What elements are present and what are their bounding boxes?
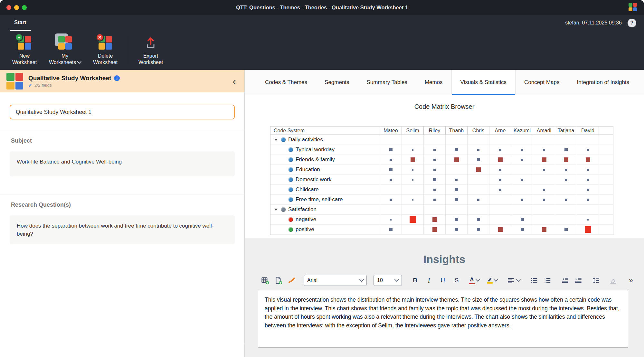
matrix-cell[interactable] — [446, 215, 468, 225]
matrix-cell[interactable] — [555, 135, 577, 145]
matrix-cell[interactable] — [511, 205, 533, 215]
matrix-cell[interactable] — [511, 175, 533, 185]
matrix-cell[interactable] — [468, 185, 489, 195]
outdent-button[interactable] — [561, 276, 569, 285]
matrix-cell[interactable] — [511, 195, 533, 205]
indent-button[interactable] — [574, 276, 582, 285]
matrix-cell[interactable] — [533, 145, 555, 155]
code-row-daily-activities[interactable]: Daily activities — [270, 135, 380, 145]
insert-table-button[interactable] — [261, 276, 269, 285]
matrix-cell[interactable] — [511, 145, 533, 155]
matrix-cell[interactable] — [424, 155, 446, 165]
matrix-cell[interactable] — [380, 165, 402, 175]
matrix-cell[interactable] — [446, 205, 468, 215]
matrix-cell[interactable] — [402, 145, 424, 155]
matrix-cell[interactable] — [468, 175, 489, 185]
format-painter-button[interactable] — [287, 276, 296, 285]
matrix-cell[interactable] — [555, 195, 577, 205]
matrix-cell[interactable] — [511, 185, 533, 195]
matrix-cell[interactable] — [489, 205, 511, 215]
matrix-cell[interactable] — [402, 185, 424, 195]
matrix-cell[interactable] — [380, 185, 402, 195]
matrix-cell[interactable] — [380, 225, 402, 235]
matrix-cell[interactable] — [468, 155, 489, 165]
bullet-list-button[interactable] — [530, 276, 538, 285]
matrix-cell[interactable] — [446, 135, 468, 145]
matrix-cell[interactable] — [555, 145, 577, 155]
matrix-cell[interactable] — [577, 225, 599, 235]
tab-codes-themes[interactable]: Codes & Themes — [256, 70, 316, 95]
matrix-cell[interactable] — [380, 195, 402, 205]
italic-button[interactable]: I — [424, 277, 433, 284]
matrix-cell[interactable] — [424, 225, 446, 235]
matrix-cell[interactable] — [380, 205, 402, 215]
expand-chevron-icon[interactable] — [274, 209, 278, 211]
highlight-color-button[interactable] — [487, 277, 497, 284]
matrix-cell[interactable] — [511, 215, 533, 225]
matrix-cell[interactable] — [468, 225, 489, 235]
tab-concept-maps[interactable]: Concept Maps — [516, 70, 568, 95]
toolbar-overflow-button[interactable]: » — [629, 277, 633, 284]
matrix-cell[interactable] — [577, 195, 599, 205]
code-row-free-time-self-care[interactable]: Free time, self-care — [270, 195, 380, 205]
matrix-cell[interactable] — [489, 175, 511, 185]
menu-tab-start[interactable]: Start — [10, 15, 31, 31]
code-row-satisfaction[interactable]: Satisfaction — [270, 205, 380, 215]
matrix-cell[interactable] — [468, 145, 489, 155]
matrix-cell[interactable] — [555, 205, 577, 215]
insert-file-button[interactable] — [274, 276, 282, 285]
matrix-cell[interactable] — [424, 135, 446, 145]
matrix-cell[interactable] — [424, 165, 446, 175]
matrix-cell[interactable] — [577, 145, 599, 155]
matrix-cell[interactable] — [468, 165, 489, 175]
matrix-cell[interactable] — [402, 215, 424, 225]
matrix-cell[interactable] — [511, 225, 533, 235]
matrix-column-header-amadi[interactable]: Amadi — [533, 127, 555, 135]
matrix-column-header-riley[interactable]: Riley — [424, 127, 446, 135]
matrix-cell[interactable] — [380, 155, 402, 165]
matrix-cell[interactable] — [577, 205, 599, 215]
matrix-cell[interactable] — [533, 185, 555, 195]
matrix-cell[interactable] — [555, 175, 577, 185]
matrix-column-header-chris[interactable]: Chris — [468, 127, 489, 135]
code-row-positive[interactable]: positive — [270, 225, 380, 235]
tab-memos[interactable]: Memos — [416, 70, 451, 95]
research-question-field[interactable]: How does the separation between work and… — [10, 215, 235, 244]
matrix-cell[interactable] — [489, 145, 511, 155]
matrix-column-header-tatjana[interactable]: Tatjana — [555, 127, 577, 135]
matrix-cell[interactable] — [380, 145, 402, 155]
matrix-cell[interactable] — [424, 185, 446, 195]
matrix-cell[interactable] — [489, 225, 511, 235]
bold-button[interactable]: B — [411, 277, 420, 284]
code-row-friends-family[interactable]: Friends & family — [270, 155, 380, 165]
matrix-cell[interactable] — [533, 215, 555, 225]
matrix-cell[interactable] — [533, 225, 555, 235]
matrix-cell[interactable] — [577, 135, 599, 145]
matrix-cell[interactable] — [446, 145, 468, 155]
matrix-cell[interactable] — [446, 195, 468, 205]
code-row-education[interactable]: Education — [270, 165, 380, 175]
new-worksheet-button[interactable]: + NewWorksheet — [5, 31, 44, 65]
matrix-column-header-thanh[interactable]: Thanh — [446, 127, 468, 135]
alignment-button[interactable] — [507, 276, 520, 285]
matrix-cell[interactable] — [489, 155, 511, 165]
export-worksheet-button[interactable]: ExportWorksheet — [131, 31, 171, 65]
matrix-column-header-mateo[interactable]: Mateo — [380, 127, 402, 135]
matrix-cell[interactable] — [555, 215, 577, 225]
matrix-cell[interactable] — [468, 205, 489, 215]
matrix-cell[interactable] — [446, 225, 468, 235]
matrix-cell[interactable] — [468, 195, 489, 205]
matrix-cell[interactable] — [489, 135, 511, 145]
matrix-cell[interactable] — [424, 205, 446, 215]
tab-summary-tables[interactable]: Summary Tables — [358, 70, 416, 95]
matrix-cell[interactable] — [468, 135, 489, 145]
underline-button[interactable]: U — [438, 277, 447, 284]
matrix-column-header-selim[interactable]: Selim — [402, 127, 424, 135]
delete-worksheet-button[interactable]: ✕ DeleteWorksheet — [85, 31, 125, 65]
code-row-negative[interactable]: negative — [270, 215, 380, 225]
matrix-cell[interactable] — [446, 165, 468, 175]
matrix-cell[interactable] — [577, 155, 599, 165]
matrix-cell[interactable] — [489, 165, 511, 175]
expand-chevron-icon[interactable] — [274, 139, 278, 141]
matrix-cell[interactable] — [446, 155, 468, 165]
